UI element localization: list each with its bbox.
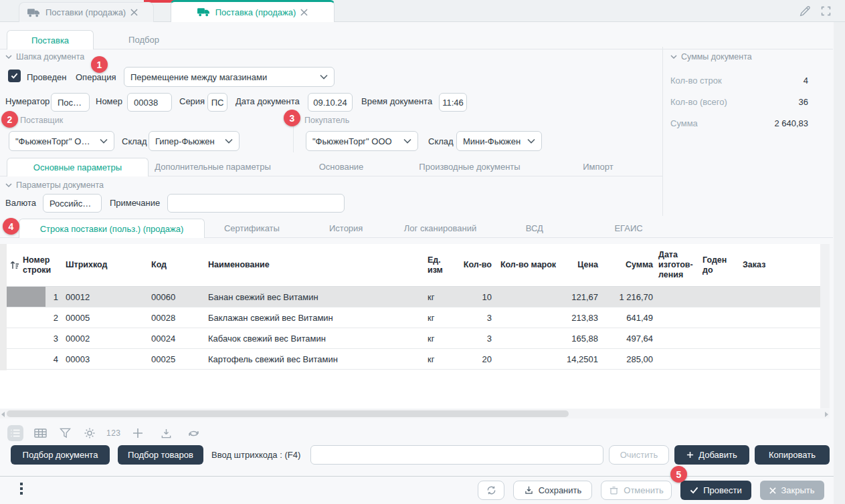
grid-toolbar: 123 [7, 424, 202, 443]
col-header-qty[interactable]: Кол-во [458, 260, 493, 270]
close-tab-icon[interactable] [300, 9, 308, 16]
posted-checkbox[interactable] [8, 70, 21, 82]
col-header-name[interactable]: Наименование [204, 260, 425, 270]
col-header-marks[interactable]: Кол-во марок [493, 260, 563, 270]
window-tab-deliveries[interactable]: Поставки (продажа) [19, 2, 154, 22]
col-header-sum[interactable]: Сумма [598, 260, 653, 270]
currency-field[interactable]: Российски... [43, 194, 102, 213]
goods-select-button[interactable]: Подбор товаров [118, 445, 203, 465]
row-selector[interactable] [7, 328, 45, 348]
operation-select[interactable]: Перемещение между магазинами [124, 67, 335, 87]
cell-price: 121,67 [563, 292, 598, 302]
table-header-row: Номер строки Штрихкод Код Наименование Е… [0, 244, 830, 287]
numerator-field[interactable]: Постав... [51, 93, 90, 112]
totals-row: Кол-во строк 4 [670, 76, 808, 86]
copy-button[interactable]: Копировать [755, 445, 830, 465]
line-tab[interactable]: Лог сканирований [393, 219, 488, 237]
close-icon [769, 487, 776, 494]
table-horizontal-scrollbar[interactable] [0, 409, 830, 418]
refresh-loop-icon[interactable] [186, 425, 202, 441]
check-icon [690, 487, 698, 494]
add-button[interactable]: Добавить [674, 445, 749, 465]
close-tab-icon[interactable] [130, 9, 138, 16]
col-header-expiry[interactable]: Годен до [697, 255, 739, 275]
doc-time-label: Время документа [361, 96, 432, 106]
annotation-badge-3: 3 [284, 110, 300, 126]
table-row[interactable]: 2 00005 00028 Баклажан свежий вес Витами… [0, 307, 830, 328]
cell-code: 00028 [147, 313, 204, 323]
totals-section-title[interactable]: Суммы документа [670, 52, 752, 61]
numerator-label: Нумератор [5, 96, 50, 106]
col-header-order[interactable]: Заказ [739, 260, 769, 270]
cell-barcode: 00012 [60, 292, 147, 302]
param-tab[interactable]: Дополнительные параметры [149, 158, 277, 176]
edit-pencil-icon[interactable] [799, 5, 811, 17]
tab-delivery[interactable]: Поставка [7, 30, 94, 49]
number-field[interactable]: 00038 [127, 93, 172, 112]
table-row[interactable]: 3 00002 00024 Кабачок свежий вес Витамин… [0, 328, 830, 349]
col-header-mfg-date[interactable]: Дата изготов- ления [653, 250, 697, 280]
cancel-button[interactable]: Отменить [601, 481, 672, 500]
clear-button[interactable]: Очистить [609, 445, 669, 465]
param-tab[interactable]: Основание [277, 158, 405, 176]
param-tab[interactable]: Импорт [534, 158, 662, 176]
export-download-icon[interactable] [159, 425, 175, 441]
row-selector[interactable] [7, 287, 45, 307]
close-button[interactable]: Закрыть [760, 481, 824, 500]
post-button[interactable]: Провести [680, 481, 751, 500]
doc-time-field[interactable]: 11:46 [439, 93, 467, 112]
tab-delivery-lines[interactable]: Строка поставки (польз.) (продажа) [19, 219, 205, 238]
col-header-code[interactable]: Код [147, 260, 204, 270]
totals-value: 2 640,83 [774, 118, 808, 128]
fullscreen-icon[interactable] [820, 5, 832, 17]
delivery-lines-table: Номер строки Штрихкод Код Наименование Е… [0, 244, 830, 408]
line-tab[interactable]: История [299, 219, 393, 237]
cancel-box-icon [609, 486, 619, 495]
filter-icon[interactable] [57, 425, 73, 441]
truck-icon [197, 7, 211, 17]
line-tab[interactable]: ЕГАИС [581, 219, 676, 237]
tab-main-params[interactable]: Основные параметры [7, 158, 149, 176]
buyer-warehouse-select[interactable]: Мини-Фьюжен [456, 131, 542, 151]
table-vertical-scrollbar[interactable] [820, 244, 830, 408]
add-row-plus-icon[interactable] [130, 425, 146, 441]
cell-line-number: 3 [45, 334, 60, 344]
scrollbar-thumb[interactable] [7, 410, 569, 417]
grid-view-icon[interactable] [32, 425, 48, 441]
document-params-section-title[interactable]: Параметры документа [5, 180, 104, 190]
numbers-toggle[interactable]: 123 [106, 428, 121, 438]
line-tab[interactable]: ВСД [487, 219, 581, 237]
refresh-button[interactable] [478, 481, 504, 500]
save-button[interactable]: Сохранить [513, 481, 592, 500]
col-header-unit[interactable]: Ед. изм [425, 255, 458, 275]
param-tab[interactable]: Производные документы [405, 158, 534, 176]
line-tab[interactable]: Сертификаты [205, 219, 299, 237]
document-header-section-title[interactable]: Шапка документа [5, 52, 84, 61]
scroll-right-arrow-icon[interactable] [825, 412, 828, 417]
supplier-org-select[interactable]: "ФьюженТорг" ООО [9, 131, 114, 151]
series-field[interactable]: ПС [207, 93, 227, 112]
buyer-org-select[interactable]: "ФьюженТорг" ООО [306, 131, 418, 151]
col-header-barcode[interactable]: Штрихкод [60, 260, 147, 270]
sort-icon[interactable] [7, 260, 23, 270]
row-selector[interactable] [7, 307, 45, 328]
table-row[interactable]: 1 00012 00060 Банан свежий вес Витамин к… [0, 287, 830, 307]
document-select-button[interactable]: Подбор документа [11, 445, 110, 465]
cell-sum: 285,00 [598, 354, 653, 364]
row-selector[interactable] [7, 349, 45, 369]
scroll-left-arrow-icon[interactable] [1, 412, 5, 417]
table-row[interactable]: 4 00003 00025 Картофель свежий вес Витам… [0, 349, 830, 370]
chevron-down-icon [527, 138, 535, 144]
supplier-warehouse-select[interactable]: Гипер-Фьюжен [149, 131, 240, 151]
buyer-group-title: Покупатель [304, 116, 349, 125]
col-header-price[interactable]: Цена [563, 260, 598, 270]
cell-unit: кг [425, 354, 458, 364]
note-input[interactable] [167, 194, 345, 213]
col-header-line-number[interactable]: Номер строки [23, 255, 60, 275]
window-tab-delivery[interactable]: Поставка (продажа) [171, 0, 335, 22]
doc-date-field[interactable]: 09.10.24 [308, 93, 353, 112]
list-view-icon[interactable] [7, 425, 23, 441]
barcode-input[interactable] [310, 445, 603, 465]
settings-gear-icon[interactable] [82, 425, 98, 441]
tab-selection[interactable]: Подбор [94, 30, 194, 49]
